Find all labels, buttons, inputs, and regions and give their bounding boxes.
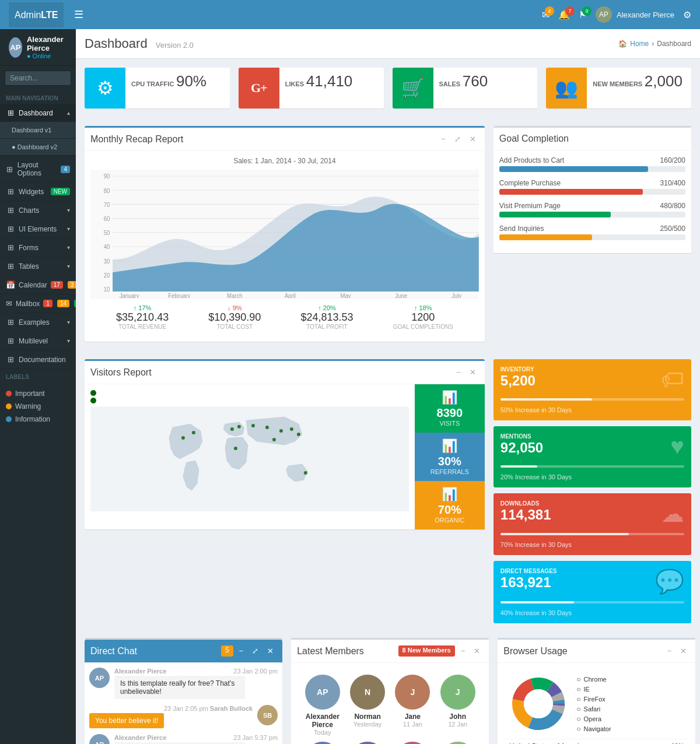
sidebar-item-forms[interactable]: ⊞ Forms ▾	[0, 238, 76, 257]
sidebar-item-mailbox[interactable]: ✉ Mailbox 1 14 19	[0, 294, 76, 313]
charts-icon: ⊞	[6, 206, 15, 215]
widget-mentions-inner: MENTIONS 92,050 ♥	[501, 433, 684, 459]
members-close-btn[interactable]: ✕	[471, 645, 483, 657]
sidebar-link-multilevel[interactable]: ⊞ Multilevel ▾	[0, 332, 76, 350]
sidebar-link-dashboard[interactable]: ⊞ Dashboard ▴	[0, 104, 76, 122]
widget-downloads-inner: DOWNLOADS 114,381 ☁	[501, 500, 684, 527]
profit-change: ↑ 20%	[301, 304, 354, 311]
ie-label: IE	[584, 686, 590, 693]
member-1: N Norman Yesterday	[348, 675, 387, 736]
sidebar-item-ui[interactable]: ⊞ UI Elements ▾	[0, 220, 76, 238]
chat-minimize-btn[interactable]: −	[236, 645, 247, 657]
chat-message-1: AP Alexander Pierce 23 Jan 2:00 pm Is th…	[89, 668, 278, 699]
browser-minimize-btn[interactable]: −	[664, 645, 675, 657]
sidebar-user-profile[interactable]: AP Alexander Pierce ● Online	[0, 29, 76, 66]
sidebar-label-tables: Tables	[19, 262, 39, 271]
revenue-value: $35,210.43	[116, 311, 169, 324]
sidebar-link-documentation[interactable]: ⊞ Documentation	[0, 350, 76, 369]
layout-badge: 4	[61, 166, 70, 173]
sidebar-search-input[interactable]	[5, 71, 71, 86]
visitors-minimize-btn[interactable]: −	[453, 367, 464, 378]
goal-change: ↑ 18%	[393, 304, 453, 311]
likes-value: 41,410	[306, 72, 353, 90]
sidebar-label-dashboard: Dashboard	[19, 109, 53, 117]
svg-text:20: 20	[104, 272, 110, 279]
visitors-close-btn[interactable]: ✕	[467, 367, 479, 378]
dm-sub: 40% Increase in 30 Days	[501, 609, 684, 616]
sidebar-link-tables[interactable]: ⊞ Tables ▾	[0, 257, 76, 275]
sidebar-label-forms: Forms	[19, 244, 38, 252]
dm-value: 163,921	[501, 574, 557, 591]
sidebar-item-documentation[interactable]: ⊞ Documentation	[0, 350, 76, 369]
referrals-chart-icon: 📊	[442, 438, 457, 454]
hamburger-button[interactable]: ☰	[74, 8, 83, 21]
settings-icon[interactable]: ⚙	[683, 9, 691, 20]
sidebar-link-widgets[interactable]: ⊞ Widgets NEW	[0, 183, 76, 201]
organic-label: ORGANIC	[435, 517, 464, 524]
recap-minimize-btn[interactable]: −	[438, 134, 449, 145]
legend-safari: ○ Safari	[576, 705, 611, 713]
sidebar-item-calendar[interactable]: 📅 Calendar 17 3	[0, 276, 76, 294]
sidebar-link-ui[interactable]: ⊞ UI Elements ▾	[0, 220, 76, 238]
goal-add-products: Add Products to Cart 160/200	[499, 156, 685, 172]
label-important[interactable]: Important	[6, 387, 70, 400]
chat-expand-btn[interactable]: ⤢	[249, 645, 261, 657]
layout-icon: ⊞	[6, 165, 14, 174]
sidebar-link-forms[interactable]: ⊞ Forms ▾	[0, 238, 76, 257]
sidebar-item-dashboard[interactable]: ⊞ Dashboard ▴ Dashboard v1 ● Dashboard v…	[0, 104, 76, 156]
member-2: J Jane 11 Jan	[393, 675, 432, 736]
members-content: NEW MEMBERS 2,000	[587, 68, 691, 108]
mail-icon-button[interactable]: ✉ 4	[542, 9, 550, 20]
revenue-change: ↑ 17%	[116, 304, 169, 311]
examples-arrow: ▾	[67, 319, 70, 325]
sidebar-item-charts[interactable]: ⊞ Charts ▾	[0, 201, 76, 220]
sidebar-link-mailbox[interactable]: ✉ Mailbox 1 14 19	[0, 294, 76, 313]
referrals-value: 30%	[438, 455, 461, 468]
svg-point-28	[237, 425, 241, 429]
chat-close-btn[interactable]: ✕	[264, 645, 276, 657]
firefox-radio-icon: ○	[576, 695, 580, 703]
members-minimize-btn[interactable]: −	[458, 645, 468, 657]
widget-downloads-content: DOWNLOADS 114,381	[501, 500, 551, 523]
sidebar-item-multilevel[interactable]: ⊞ Multilevel ▾	[0, 332, 76, 350]
sidebar-link-dashboard-v1[interactable]: Dashboard v1	[0, 122, 76, 138]
recap-close-btn[interactable]: ✕	[467, 134, 479, 145]
sidebar-link-layout[interactable]: ⊞ Layout Options 4	[0, 156, 76, 182]
sidebar-item-widgets[interactable]: ⊞ Widgets NEW	[0, 183, 76, 201]
page-version: Version 2.0	[156, 41, 194, 50]
sidebar-item-dashboard-v1[interactable]: Dashboard v1	[0, 122, 76, 139]
svg-text:50: 50	[104, 230, 110, 237]
member-name-0: Alexander Pierce	[303, 713, 342, 729]
dm-icon: 💬	[655, 568, 684, 595]
sidebar-item-examples[interactable]: ⊞ Examples ▾	[0, 313, 76, 332]
sidebar-link-charts[interactable]: ⊞ Charts ▾	[0, 201, 76, 219]
widget-inventory-content: INVENTORY 5,200	[501, 366, 536, 389]
info-box-members: 👥 NEW MEMBERS 2,000	[546, 68, 691, 108]
breadcrumb-home[interactable]: Home	[630, 40, 649, 48]
goal-title: Goal Completion	[499, 134, 569, 144]
sidebar-nav-label: MAIN NAVIGATION	[0, 90, 76, 104]
calendar-badge-red: 17	[51, 281, 63, 289]
sidebar-item-tables[interactable]: ⊞ Tables ▾	[0, 257, 76, 276]
goal-inquiries-label: Send Inquiries	[499, 224, 544, 233]
goal-box-header: Goal Completion	[494, 128, 691, 150]
task-icon-button[interactable]: ⚑ 9	[579, 9, 587, 20]
label-warning[interactable]: Warning	[6, 400, 70, 413]
sidebar-item-layout[interactable]: ⊞ Layout Options 4	[0, 156, 76, 183]
browser-title: Browser Usage	[503, 646, 567, 657]
sidebar-link-dashboard-v2[interactable]: ● Dashboard v2	[0, 139, 76, 155]
browser-close-btn[interactable]: ✕	[677, 645, 690, 657]
goal-completion-box: Goal Completion Add Products to Cart 160…	[494, 126, 691, 253]
sidebar-link-calendar[interactable]: 📅 Calendar 17 3	[0, 276, 76, 294]
inventory-value: 5,200	[501, 373, 536, 389]
organic-chart-icon: 📊	[442, 487, 457, 502]
dm-bar-fill	[501, 601, 574, 603]
sidebar-item-dashboard-v2[interactable]: ● Dashboard v2	[0, 139, 76, 156]
notification-icon-button[interactable]: 🔔 7	[558, 9, 570, 20]
user-menu[interactable]: AP Alexander Pierce	[596, 6, 674, 23]
sidebar-link-examples[interactable]: ⊞ Examples ▾	[0, 313, 76, 331]
donut-chart-area: ○ Chrome ○ IE ○ FireFox	[503, 669, 690, 739]
recap-expand-btn[interactable]: ⤢	[452, 134, 464, 145]
label-information[interactable]: Information	[6, 413, 70, 426]
mailbox-badge-green: 19	[74, 300, 76, 307]
